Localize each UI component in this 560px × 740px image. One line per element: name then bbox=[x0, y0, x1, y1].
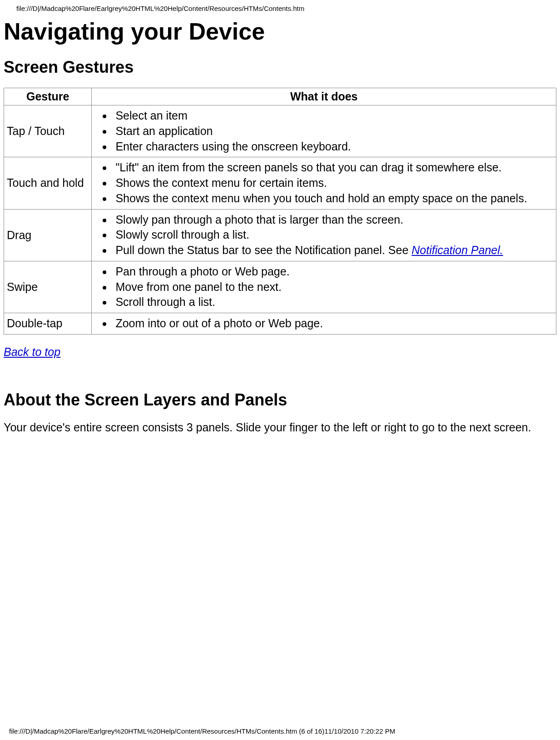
what-cell: Zoom into or out of a photo or Web page. bbox=[92, 313, 556, 335]
table-header-what: What it does bbox=[92, 88, 556, 105]
table-row: Drag Slowly pan through a photo that is … bbox=[4, 209, 556, 261]
gesture-cell: Double-tap bbox=[4, 313, 92, 335]
what-cell: Slowly pan through a photo that is large… bbox=[92, 209, 556, 261]
what-cell: "Lift" an item from the screen panels so… bbox=[92, 157, 556, 209]
list-item: "Lift" an item from the screen panels so… bbox=[113, 160, 553, 175]
table-row: Swipe Pan through a photo or Web page. M… bbox=[4, 261, 556, 313]
gesture-cell: Swipe bbox=[4, 261, 92, 313]
list-item: Pull down the Status bar to see the Noti… bbox=[113, 243, 553, 258]
gestures-table: Gesture What it does Tap / Touch Select … bbox=[4, 88, 556, 335]
list-item: Start an application bbox=[113, 124, 553, 139]
list-item: Slowly pan through a photo that is large… bbox=[113, 212, 553, 228]
list-item: Zoom into or out of a photo or Web page. bbox=[113, 316, 553, 331]
table-header-gesture: Gesture bbox=[4, 88, 92, 105]
table-row: Tap / Touch Select an item Start an appl… bbox=[4, 105, 556, 157]
gesture-cell: Drag bbox=[4, 209, 92, 261]
list-item: Enter characters using the onscreen keyb… bbox=[113, 139, 553, 155]
section-screen-gestures: Screen Gestures bbox=[4, 58, 556, 77]
back-to-top-link[interactable]: Back to top bbox=[4, 345, 60, 358]
list-item: Move from one panel to the next. bbox=[113, 280, 553, 295]
section-screen-layers: About the Screen Layers and Panels bbox=[4, 390, 556, 410]
list-item: Shows the context menu for certain items… bbox=[113, 175, 553, 191]
list-item-text: Pull down the Status bar to see the Noti… bbox=[115, 244, 411, 256]
body-paragraph: Your device's entire screen consists 3 p… bbox=[4, 420, 556, 435]
gesture-cell: Tap / Touch bbox=[4, 105, 92, 157]
list-item: Pan through a photo or Web page. bbox=[113, 264, 553, 280]
table-row: Double-tap Zoom into or out of a photo o… bbox=[4, 313, 556, 335]
what-cell: Select an item Start an application Ente… bbox=[92, 105, 556, 157]
gesture-cell: Touch and hold bbox=[4, 157, 92, 209]
table-row: Touch and hold "Lift" an item from the s… bbox=[4, 157, 556, 209]
list-item: Shows the context menu when you touch an… bbox=[113, 191, 553, 206]
list-item: Select an item bbox=[113, 108, 553, 124]
what-cell: Pan through a photo or Web page. Move fr… bbox=[92, 261, 556, 313]
page-title: Navigating your Device bbox=[4, 18, 556, 45]
list-item: Slowly scroll through a list. bbox=[113, 227, 553, 243]
list-item: Scroll through a list. bbox=[113, 295, 553, 310]
header-file-path: file:///D|/Madcap%20Flare/Earlgrey%20HTM… bbox=[4, 0, 556, 12]
notification-panel-link[interactable]: Notification Panel. bbox=[411, 244, 503, 256]
